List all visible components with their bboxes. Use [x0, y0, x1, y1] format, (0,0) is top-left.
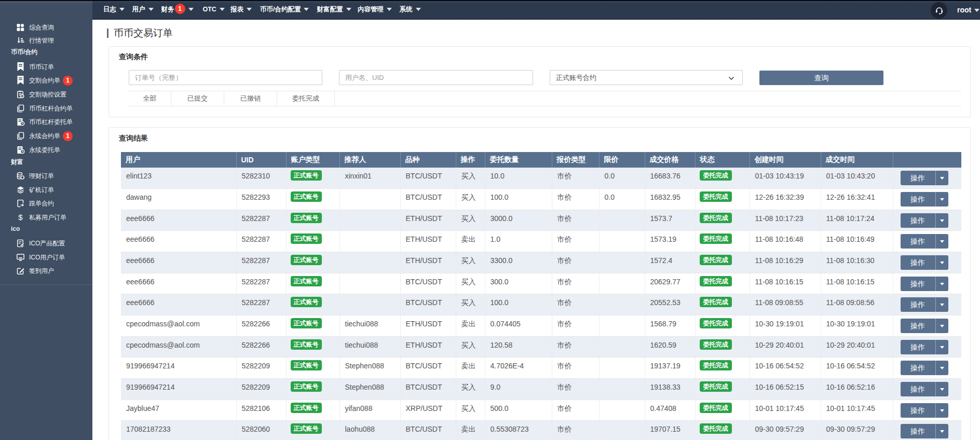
svg-text:$: $: [18, 213, 23, 222]
